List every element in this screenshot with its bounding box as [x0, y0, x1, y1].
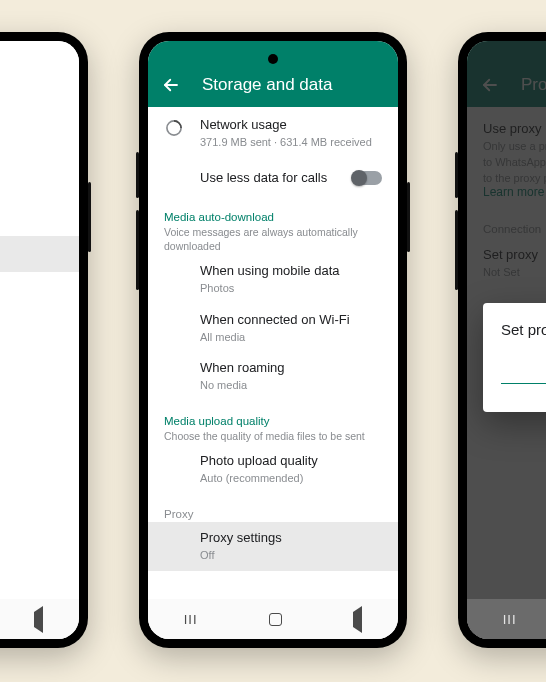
- setting-row-y[interactable]: y: [0, 177, 79, 214]
- row-secondary: policy: [0, 385, 63, 400]
- proxy-address-input[interactable]: [501, 362, 546, 384]
- phone-frame-right: Proxy Use proxy Only use a proxy to What…: [458, 32, 546, 648]
- row-secondary: Off: [200, 548, 382, 563]
- section-proxy: Proxy: [148, 494, 398, 522]
- section-media-upload: Media upload quality Choose the quality …: [148, 401, 398, 445]
- status-bar: [0, 41, 79, 67]
- section-media-auto-download: Media auto-download Voice messages are a…: [148, 197, 398, 255]
- back-arrow-icon[interactable]: [162, 76, 180, 94]
- section-subtitle: Voice messages are always automatically …: [164, 225, 382, 253]
- setting-row-policy[interactable]: policy: [0, 374, 79, 410]
- nav-home-icon[interactable]: [269, 613, 282, 626]
- row-primary: y: [0, 187, 63, 204]
- android-nav-bar: III: [467, 599, 546, 639]
- row-secondary: No media: [200, 378, 382, 393]
- section-title: Media auto-download: [164, 211, 382, 223]
- row-less-data[interactable]: Use less data for calls: [148, 160, 398, 197]
- row-network-usage[interactable]: Network usage 371.9 MB sent · 631.4 MB r…: [148, 107, 398, 160]
- row-secondary: Auto (recommended): [200, 471, 382, 486]
- setting-row-highlighted[interactable]: [0, 236, 79, 272]
- dialog-title: Set proxy: [501, 321, 546, 338]
- row-secondary: number: [0, 84, 63, 99]
- row-roaming[interactable]: When roaming No media: [148, 352, 398, 401]
- phone-frame-left: number y policy III: [0, 32, 88, 648]
- settings-content-partial: number y policy: [0, 67, 79, 557]
- nav-recent-icon[interactable]: III: [184, 612, 198, 627]
- row-mobile-data[interactable]: When using mobile data Photos: [148, 255, 398, 304]
- row-primary: When connected on Wi-Fi: [200, 312, 382, 329]
- setting-row-number[interactable]: number: [0, 73, 79, 109]
- row-photo-upload[interactable]: Photo upload quality Auto (recommended): [148, 445, 398, 494]
- row-primary: Network usage: [200, 117, 382, 134]
- phone-frame-center: Storage and data Network usage 371.9 MB …: [139, 32, 407, 648]
- app-bar: Storage and data: [148, 67, 398, 107]
- camera-hole: [268, 54, 278, 64]
- nav-back-icon[interactable]: [34, 612, 43, 627]
- section-title: Media upload quality: [164, 415, 382, 427]
- nav-back-icon[interactable]: [353, 612, 362, 627]
- row-primary: When roaming: [200, 360, 382, 377]
- row-wifi[interactable]: When connected on Wi-Fi All media: [148, 304, 398, 353]
- data-usage-icon: [164, 118, 184, 138]
- less-data-toggle[interactable]: [352, 171, 382, 185]
- row-proxy-settings[interactable]: Proxy settings Off: [148, 522, 398, 571]
- row-secondary: All media: [200, 330, 382, 345]
- row-secondary: Photos: [200, 281, 382, 296]
- android-nav-bar: III: [0, 599, 79, 639]
- storage-data-content: Network usage 371.9 MB sent · 631.4 MB r…: [148, 107, 398, 597]
- row-primary: Photo upload quality: [200, 453, 382, 470]
- row-primary: When using mobile data: [200, 263, 382, 280]
- nav-recent-icon[interactable]: III: [503, 612, 517, 627]
- row-primary: Proxy settings: [200, 530, 382, 547]
- section-subtitle: Choose the quality of media files to be …: [164, 429, 382, 443]
- android-nav-bar: III: [148, 599, 398, 639]
- set-proxy-dialog: Set proxy: [483, 303, 546, 412]
- page-title: Storage and data: [202, 75, 332, 95]
- row-secondary: 371.9 MB sent · 631.4 MB received: [200, 135, 382, 150]
- section-title: Proxy: [164, 508, 382, 520]
